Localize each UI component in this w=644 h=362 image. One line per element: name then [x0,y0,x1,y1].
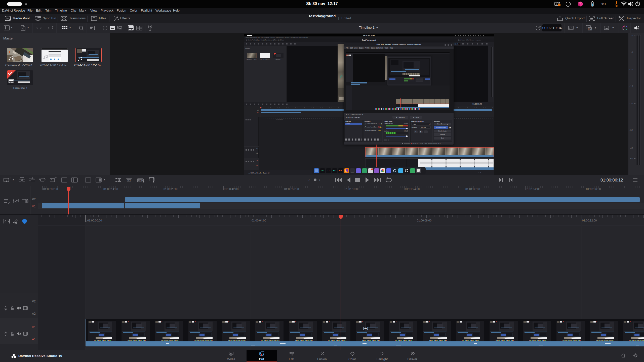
svg-text:POI: POI [139,180,142,182]
svg-text:HQ: HQ [588,28,592,30]
svg-text:POI: POI [128,180,131,182]
